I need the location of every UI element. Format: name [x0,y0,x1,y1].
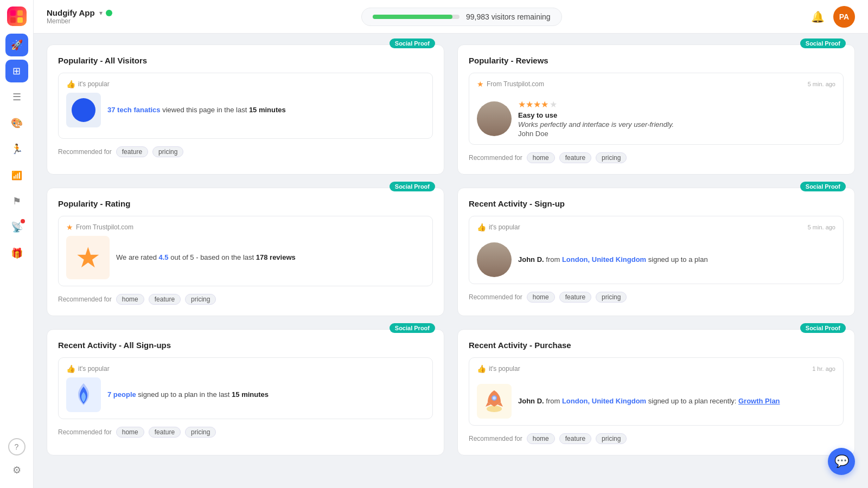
signup-silhouette-4 [477,242,512,277]
notif-box-2: ★ From Trustpilot.com 5 min. ago ★★★★★ E… [469,73,844,145]
user-avatar[interactable]: PA [833,6,855,28]
sidebar-item-settings[interactable]: ⚙ [5,459,28,481]
visitors-container: 99,983 visitors remaining [361,8,562,26]
thumb-icon-6: 👍 [477,364,486,373]
tag-feature-5[interactable]: feature [149,427,181,438]
tag-home-4[interactable]: home [527,292,555,303]
notif-bold-1: 15 minutes [249,106,286,114]
notifications-icon[interactable]: 🔔 [811,10,825,23]
progress-bar-bg [373,15,459,19]
header-center: 99,983 visitors remaining [361,8,562,26]
notif-text-3: We are rated 4.5 out of 5 - based on the… [116,252,296,263]
plan-link-6[interactable]: Growth Plan [738,397,780,405]
rocket-image-6 [477,384,512,419]
sidebar-item-rocket[interactable]: 🚀 [5,34,28,56]
reviews-count-3: 178 reviews [256,253,296,261]
large-star-icon: ★ [75,243,101,272]
reviewer-name-2: John Doe [518,130,674,138]
svg-point-2 [493,396,496,400]
sidebar-item-flag[interactable]: ⚑ [5,190,28,213]
notif-time-4: 5 min. ago [808,224,835,230]
broadcast-badge [21,219,25,223]
tag-pricing-1[interactable]: pricing [152,146,183,157]
header: Nudgify App ▾ Member 99,983 visitors rem… [34,0,868,34]
notif-header-1: 👍 it's popular 37 tech fanatics viewed t… [66,80,425,127]
tag-pricing-2[interactable]: pricing [596,152,627,163]
tag-home-5[interactable]: home [116,427,144,438]
stars-filled-2: ★★★★ [518,99,548,110]
sidebar-item-broadcast[interactable]: 📡 [5,216,28,239]
notif-box-1: 👍 it's popular 37 tech fanatics viewed t… [58,73,433,139]
card-badge-6: Social Proof [800,323,846,333]
rating-value-3: 4.5 [159,253,169,261]
person-location-6: London, United Kingdom [562,397,646,405]
tag-home-2[interactable]: home [527,152,555,163]
star-icon-2: ★ [477,80,484,88]
card-badge-5: Social Proof [390,323,435,333]
main-content: Nudgify App ▾ Member 99,983 visitors rem… [34,0,868,488]
sidebar-item-chart[interactable]: 📶 [5,164,28,187]
recommended-label-6: Recommended for [469,435,522,442]
card-title-5: Recent Activity - All Sign-ups [58,341,433,350]
tag-feature-1[interactable]: feature [116,146,148,157]
sidebar-item-palette[interactable]: 🎨 [5,112,28,134]
recommended-3: Recommended for home feature pricing [58,294,433,305]
visitors-text: 99,983 visitors remaining [466,12,551,21]
sidebar-item-gift[interactable]: 🎁 [5,242,28,265]
app-logo[interactable] [7,7,27,26]
tag-feature-6[interactable]: feature [559,433,591,444]
sidebar-item-widget[interactable]: ⊞ [5,60,28,82]
tag-pricing-4[interactable]: pricing [596,292,627,303]
card-popularity-rating: Social Proof Popularity - Rating ★ From … [47,188,444,316]
recommended-label-1: Recommended for [58,148,112,156]
review-text-2: Works perfectly and interface is very us… [518,120,674,129]
header-right: 🔔 PA [811,6,855,28]
popular-label-6: it's popular [489,365,520,373]
notif-text-1: 37 tech fanatics viewed this page in the… [107,105,286,115]
card-recent-signup: Social Proof Recent Activity - Sign-up 👍… [457,188,855,316]
rating-star-image-3: ★ [66,236,110,279]
tag-feature-2[interactable]: feature [559,152,591,163]
notif-box-5: 👍 it's popular 7 people signed [58,357,433,419]
tag-feature-3[interactable]: feature [149,294,181,305]
sidebar-item-list[interactable]: ☰ [5,86,28,108]
notif-box-3: ★ From Trustpilot.com ★ We are rated 4.5… [58,216,433,286]
tag-pricing-3[interactable]: pricing [185,294,216,305]
tag-home-6[interactable]: home [527,433,555,444]
review-title-2: Easy to use [518,111,674,119]
source-label-2: From Trustpilot.com [487,80,544,88]
tag-home-3[interactable]: home [116,294,144,305]
signups-time-5: 15 minutes [232,390,269,399]
notif-time-2: 5 min. ago [808,81,835,87]
tag-feature-4[interactable]: feature [559,292,591,303]
recommended-label-4: Recommended for [469,293,522,301]
sidebar-item-help[interactable]: ? [8,438,25,455]
notif-box-4: 👍 it's popular 5 min. ago John D. from L… [469,216,844,284]
tag-pricing-5[interactable]: pricing [185,427,216,438]
source-label-3: From Trustpilot.com [76,223,133,231]
card-title-3: Popularity - Rating [58,199,433,208]
member-badge: Member [47,17,112,25]
notif-highlight-1: 37 tech fanatics [107,106,161,114]
recommended-1: Recommended for feature pricing [58,146,433,157]
popular-label-5: it's popular [78,365,110,373]
content-area: Social Proof Popularity - All Visitors 👍… [34,34,868,488]
header-left: Nudgify App ▾ Member [47,8,112,25]
chat-bubble-button[interactable]: 💬 [828,448,855,475]
rocket-icon [481,388,507,414]
card-popularity-all-visitors: Social Proof Popularity - All Visitors 👍… [47,44,444,175]
tag-pricing-6[interactable]: pricing [596,433,627,444]
sidebar: 🚀 ⊞ ☰ 🎨 🏃 📶 ⚑ 📡 🎁 ? ⚙ [0,0,34,488]
popular-label-4: it's popular [489,223,520,231]
sidebar-item-activity[interactable]: 🏃 [5,138,28,160]
card-recent-purchase: Social Proof Recent Activity - Purchase … [457,329,855,455]
blue-circle-icon [72,98,95,122]
signups-count-5: 7 people [107,390,136,399]
recommended-2: Recommended for home feature pricing [469,152,844,163]
app-name-dropdown-icon[interactable]: ▾ [99,9,103,17]
notif-text-5: 7 people signed up to a plan in the last… [107,389,269,400]
card-title-1: Popularity - All Visitors [58,56,433,65]
thumb-icon-1: 👍 [66,80,75,88]
flame-image-5 [66,377,101,412]
card-popularity-reviews: Social Proof Popularity - Reviews ★ From… [457,44,855,175]
